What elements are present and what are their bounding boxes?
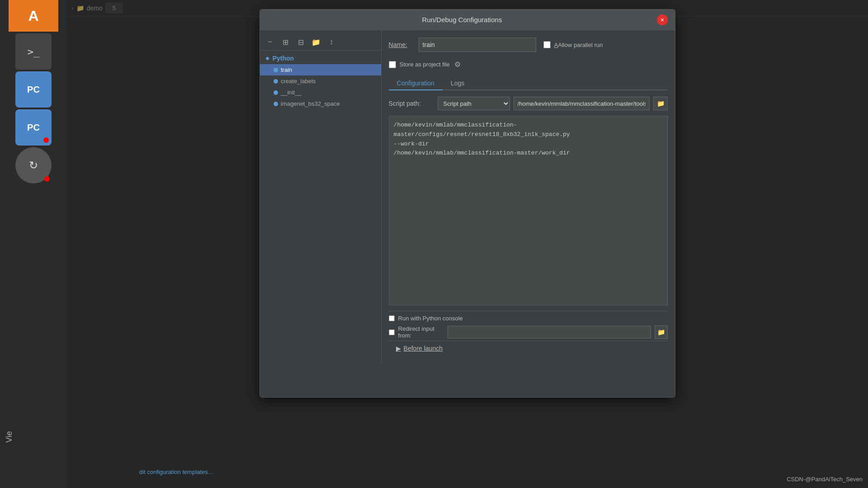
config-item-create-labels-label: create_labels: [281, 78, 316, 84]
toolbar-save-btn[interactable]: ⊟: [294, 36, 307, 48]
create-labels-dot-icon: [274, 79, 278, 84]
before-launch-arrow-icon: ▶: [396, 345, 401, 352]
run-debug-dialog: Run/Debug Configurations × − ⊞ ⊟ 📁 ↕: [259, 9, 675, 398]
dialog-title: Run/Debug Configurations: [422, 16, 502, 23]
path-type-select[interactable]: Script path: [438, 97, 510, 110]
edit-templates-label: dit configuration templates...: [139, 469, 213, 475]
tab-configuration[interactable]: Configuration: [389, 77, 443, 90]
toolbar-sort-btn[interactable]: ↕: [325, 36, 338, 48]
python-dot-icon: ●: [265, 54, 270, 62]
dialog-body: − ⊞ ⊟ 📁 ↕ ● Python train: [260, 30, 675, 363]
folder-icon-small: 📁: [657, 100, 665, 107]
watermark: CSDN-@PandAiTech_Seven: [787, 476, 863, 483]
config-item-create-labels[interactable]: create_labels: [260, 75, 381, 87]
parameters-textarea[interactable]: /home/kevin/mmlab/mmclassification-maste…: [389, 116, 668, 305]
dialog-right-panel: Name: AAllow parallel run Store as proje…: [382, 30, 675, 363]
python-console-label: Run with Python console: [398, 315, 463, 322]
store-as-project-group: Store as project file ⚙: [389, 59, 462, 70]
imagenet-dot-icon: [274, 102, 278, 106]
gear-button[interactable]: ⚙: [453, 59, 462, 70]
taskbar: A >_ PC PC ↻ Vie: [0, 0, 67, 488]
update-icon[interactable]: ↻: [15, 147, 52, 183]
redirect-folder-icon: 📁: [657, 328, 665, 336]
config-item-init[interactable]: __init__: [260, 87, 381, 98]
params-wrapper: /home/kevin/mmlab/mmclassification-maste…: [389, 116, 668, 307]
config-item-imagenet-label: imagenet_bs32_space: [281, 100, 340, 107]
allow-parallel-label: AAllow parallel run: [554, 42, 603, 48]
name-row: Name: AAllow parallel run Store as proje…: [389, 38, 668, 70]
script-path-input[interactable]: [514, 97, 650, 110]
python-console-checkbox[interactable]: [389, 315, 395, 321]
name-label: Name:: [389, 41, 411, 48]
config-item-imagenet[interactable]: imagenet_bs32_space: [260, 98, 381, 109]
config-item-train[interactable]: train: [260, 64, 381, 75]
script-path-row: Script path: Script path 📁: [389, 97, 668, 110]
before-launch-label: Before launch: [404, 345, 443, 352]
toolbar-minus-btn[interactable]: −: [264, 36, 276, 48]
toolbar-copy-btn[interactable]: ⊞: [279, 36, 292, 48]
ide-main: › 📁 demo 5 Run/Debug Configurations × −: [67, 0, 868, 488]
redirect-folder-btn[interactable]: 📁: [655, 325, 668, 339]
script-path-folder-btn[interactable]: 📁: [653, 97, 668, 110]
tab-logs[interactable]: Logs: [443, 77, 472, 90]
config-tabs: Configuration Logs: [389, 77, 668, 90]
name-input[interactable]: [419, 38, 536, 52]
config-item-train-label: train: [281, 66, 292, 73]
config-item-init-label: __init__: [281, 89, 302, 96]
redirect-input-field[interactable]: [448, 326, 651, 338]
pycharm-icon-1[interactable]: PC: [15, 71, 52, 108]
init-dot-icon: [274, 90, 278, 95]
dialog-toolbar: − ⊞ ⊟ 📁 ↕: [260, 34, 381, 51]
script-path-label: Script path:: [389, 100, 434, 107]
redirect-input-label: Redirect input from:: [398, 325, 444, 339]
a-icon-label: A: [28, 8, 38, 24]
dialog-overlay: Run/Debug Configurations × − ⊞ ⊟ 📁 ↕: [67, 0, 868, 488]
pycharm-icon-2[interactable]: PC: [15, 109, 52, 145]
before-launch-section: ▶ Before launch: [389, 341, 668, 356]
python-console-row: Run with Python console: [389, 311, 668, 324]
allow-parallel-group: AAllow parallel run: [543, 41, 603, 48]
close-button[interactable]: ×: [657, 14, 668, 25]
dialog-titlebar: Run/Debug Configurations ×: [260, 9, 675, 30]
update-symbol: ↻: [29, 159, 38, 172]
config-section-label: Python: [273, 55, 294, 62]
toolbar-folder-btn[interactable]: 📁: [310, 36, 322, 48]
dialog-left-panel: − ⊞ ⊟ 📁 ↕ ● Python train: [260, 30, 382, 363]
terminal-symbol: >_: [28, 46, 40, 57]
close-icon: ×: [660, 16, 664, 23]
train-dot-icon: [274, 68, 278, 72]
config-section-python: ● Python: [260, 52, 381, 64]
pycharm-label-1: PC: [27, 84, 40, 95]
redirect-input-checkbox[interactable]: [389, 329, 395, 335]
store-as-project-checkbox[interactable]: [389, 61, 396, 68]
a-icon[interactable]: A: [9, 0, 58, 32]
store-as-project-label: Store as project file: [400, 61, 450, 68]
before-launch-header[interactable]: ▶ Before launch: [396, 345, 660, 352]
terminal-icon[interactable]: >_: [15, 33, 52, 70]
pycharm-label-2: PC: [27, 122, 40, 133]
vim-label: Vie: [5, 431, 14, 443]
redirect-input-row: Redirect input from: 📁: [389, 324, 668, 341]
allow-parallel-checkbox[interactable]: [543, 41, 551, 48]
edit-templates-link[interactable]: dit configuration templates...: [134, 465, 218, 479]
